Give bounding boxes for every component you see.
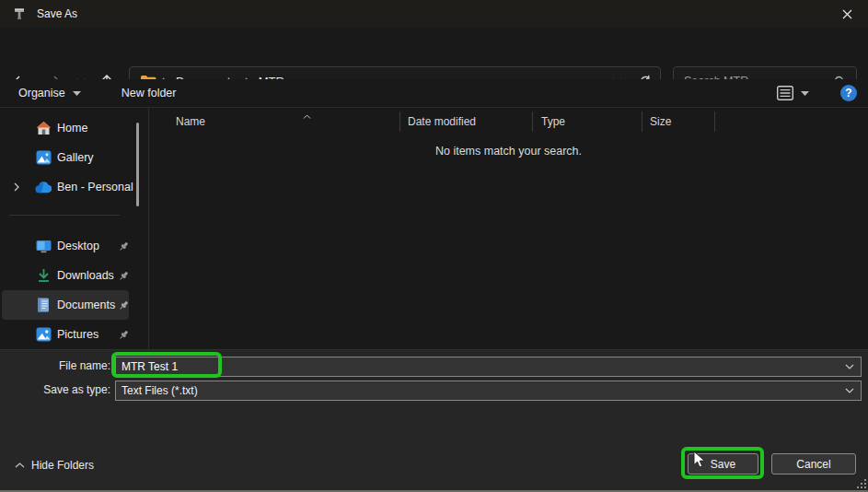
desktop-icon <box>35 238 52 254</box>
resize-grip[interactable] <box>855 477 866 488</box>
view-dropdown-icon <box>801 91 809 96</box>
sidebar-item-label: Pictures <box>57 328 98 341</box>
pin-icon <box>118 329 130 341</box>
organise-label: Organise <box>18 87 65 100</box>
sidebar-item-label: Ben - Personal <box>57 181 133 193</box>
combo-dropdown-icon[interactable] <box>845 388 854 393</box>
column-separator[interactable] <box>714 111 715 132</box>
save-as-type-value: Text Files (*.txt) <box>116 384 845 397</box>
empty-folder-message: No items match your search. <box>149 145 868 158</box>
expand-chevron-icon[interactable] <box>9 182 24 192</box>
content-area: Home Gallery Ben - Personal <box>0 108 868 349</box>
sidebar-item-label: Downloads <box>57 269 114 282</box>
cancel-button[interactable]: Cancel <box>771 453 856 474</box>
save-as-dialog: Save As Documents <box>0 0 868 492</box>
sort-ascending-icon <box>303 109 311 122</box>
home-icon <box>35 120 52 136</box>
documents-icon <box>35 297 52 313</box>
column-separator[interactable] <box>532 111 533 132</box>
pin-icon <box>118 240 130 252</box>
close-icon[interactable] <box>827 0 868 28</box>
column-header-name[interactable]: Name <box>176 111 424 133</box>
sidebar-item-pictures[interactable]: Pictures <box>2 320 129 349</box>
sidebar-item-label: Documents <box>57 299 115 311</box>
organise-dropdown-icon <box>73 91 81 96</box>
pin-icon <box>118 299 130 311</box>
save-form-panel: File name: Save as type: Text Files (*.t… <box>0 349 868 492</box>
sidebar-item-label: Gallery <box>57 151 94 164</box>
sidebar-item-home[interactable]: Home <box>2 113 129 143</box>
sidebar-item-gallery[interactable]: Gallery <box>2 143 129 172</box>
save-button[interactable]: Save <box>688 453 758 474</box>
file-name-input[interactable] <box>116 359 845 374</box>
file-name-label: File name: <box>59 359 110 372</box>
sidebar-divider <box>9 215 120 216</box>
downloads-icon <box>35 267 52 284</box>
app-icon <box>12 6 27 21</box>
view-list-icon <box>777 86 793 100</box>
command-toolbar: Organise New folder ? <box>0 79 868 108</box>
file-list-area: Name Date modified Type Size No items ma… <box>149 108 868 349</box>
sidebar-item-label: Home <box>57 122 87 135</box>
window-title: Save As <box>37 7 77 20</box>
hide-folders-button[interactable]: Hide Folders <box>15 459 94 472</box>
column-header-type[interactable]: Type <box>541 111 633 133</box>
sidebar-item-desktop[interactable]: Desktop <box>2 231 129 261</box>
file-name-combobox[interactable] <box>115 357 862 377</box>
navigation-bar: Documents MTR <box>0 28 868 79</box>
column-separator[interactable] <box>399 111 400 132</box>
navigation-pane: Home Gallery Ben - Personal <box>0 108 148 349</box>
chevron-up-icon <box>15 463 25 468</box>
sidebar-scrollbar[interactable] <box>136 123 139 206</box>
save-as-type-label: Save as type: <box>43 383 110 396</box>
onedrive-icon <box>35 179 52 195</box>
column-header-date-modified[interactable]: Date modified <box>408 111 527 133</box>
pin-icon <box>118 270 130 282</box>
hide-folders-label: Hide Folders <box>31 459 94 472</box>
combo-dropdown-icon[interactable] <box>845 364 854 369</box>
sidebar-item-label: Desktop <box>57 240 99 252</box>
sidebar-item-onedrive[interactable]: Ben - Personal <box>2 172 129 202</box>
sidebar-item-downloads[interactable]: Downloads <box>2 261 129 290</box>
gallery-icon <box>35 149 52 166</box>
save-as-type-dropdown[interactable]: Text Files (*.txt) <box>115 381 862 401</box>
new-folder-button[interactable]: New folder <box>112 82 186 104</box>
column-header-size[interactable]: Size <box>650 111 705 133</box>
column-separator[interactable] <box>642 111 642 132</box>
pictures-icon <box>35 326 52 343</box>
title-bar[interactable]: Save As <box>0 0 868 28</box>
new-folder-label: New folder <box>122 87 177 100</box>
help-icon[interactable]: ? <box>840 85 857 101</box>
view-mode-button[interactable] <box>771 82 815 104</box>
sidebar-item-documents[interactable]: Documents <box>2 290 129 320</box>
organise-button[interactable]: Organise <box>9 82 90 104</box>
